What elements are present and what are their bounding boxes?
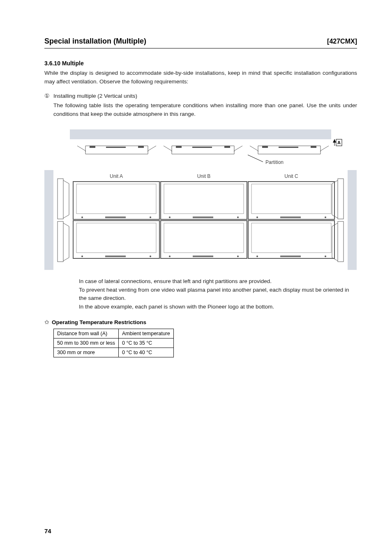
partition-callout: Partition xyxy=(248,155,284,165)
list-item-body: The following table lists the operating … xyxy=(53,101,357,119)
diagram-svg: Unit A Unit B Unit C xyxy=(44,126,357,270)
svg-rect-43 xyxy=(58,179,63,219)
installation-diagram: Unit A Unit B Unit C xyxy=(44,126,357,270)
svg-rect-9 xyxy=(105,216,126,218)
svg-point-23 xyxy=(169,216,171,218)
svg-point-15 xyxy=(81,256,83,257)
table-cell: 0 °C to 35 °C xyxy=(119,339,174,348)
svg-rect-2 xyxy=(44,170,53,270)
svg-point-36 xyxy=(256,216,258,218)
svg-point-28 xyxy=(169,256,171,257)
star-icon: ✩ xyxy=(44,319,49,325)
svg-line-50 xyxy=(248,155,263,162)
svg-rect-6 xyxy=(138,146,144,148)
diagram-notes: In case of lateral connections, ensure t… xyxy=(44,277,357,312)
dimension-a-label: A xyxy=(337,140,341,145)
svg-rect-19 xyxy=(224,146,230,148)
table-row: Distance from wall (A) Ambient temperatu… xyxy=(54,329,174,339)
partition-label: Partition xyxy=(265,159,284,165)
page-number: 74 xyxy=(44,527,51,534)
svg-rect-22 xyxy=(193,216,213,218)
svg-rect-35 xyxy=(280,216,301,218)
svg-rect-46 xyxy=(338,221,344,262)
svg-rect-45 xyxy=(338,179,344,219)
svg-rect-18 xyxy=(192,147,212,148)
svg-rect-5 xyxy=(106,147,126,148)
svg-point-42 xyxy=(325,256,326,257)
svg-rect-30 xyxy=(262,146,268,148)
svg-point-37 xyxy=(325,216,326,218)
list-item-title: ①Installing multiple (2 Vertical units) xyxy=(53,92,357,101)
svg-rect-17 xyxy=(176,146,182,148)
svg-rect-4 xyxy=(90,146,95,148)
unit-c-label: Unit C xyxy=(284,173,298,179)
left-brackets xyxy=(58,179,69,262)
header-title: Special installation (Multiple) xyxy=(44,37,146,46)
table-cell: 0 °C to 40 °C xyxy=(119,348,174,357)
table-row: 300 mm or more 0 °C to 40 °C xyxy=(54,348,174,357)
svg-point-16 xyxy=(150,256,151,257)
section-heading: 3.6.10 Multiple xyxy=(44,60,357,67)
unit-b-label: Unit B xyxy=(197,173,211,179)
unit-c-group: Unit C xyxy=(248,146,334,258)
svg-rect-44 xyxy=(58,221,63,262)
temperature-table: Distance from wall (A) Ambient temperatu… xyxy=(53,329,174,357)
svg-rect-32 xyxy=(311,146,316,148)
temp-heading: ✩Operating Temperature Restrictions xyxy=(44,319,357,325)
dimension-a: A xyxy=(333,139,342,146)
svg-point-41 xyxy=(256,256,258,257)
note-3: In the above example, each panel is show… xyxy=(79,303,353,311)
svg-point-11 xyxy=(150,216,151,218)
list-item-1: ①Installing multiple (2 Vertical units) … xyxy=(44,92,357,119)
svg-rect-1 xyxy=(70,129,331,139)
list-title-text: Installing multiple (2 Vertical units) xyxy=(53,93,137,99)
note-2: To prevent heat venting from one video w… xyxy=(79,286,353,303)
table-cell: 300 mm or more xyxy=(54,348,119,357)
svg-point-29 xyxy=(237,256,239,257)
temp-heading-text: Operating Temperature Restrictions xyxy=(52,319,146,325)
unit-a-label: Unit A xyxy=(110,173,123,179)
header-model: [427CMX] xyxy=(327,38,357,45)
intro-paragraph: While the display is designed to accommo… xyxy=(44,69,357,86)
svg-rect-3 xyxy=(348,170,357,270)
svg-rect-14 xyxy=(105,256,126,257)
svg-point-24 xyxy=(237,216,239,218)
page-header: Special installation (Multiple) [427CMX] xyxy=(44,37,357,48)
svg-marker-48 xyxy=(333,139,336,143)
table-cell: 50 mm to 300 mm or less xyxy=(54,339,119,348)
svg-rect-31 xyxy=(279,147,298,148)
note-1: In case of lateral connections, ensure t… xyxy=(79,277,353,286)
table-header-ambient: Ambient temperature xyxy=(119,329,174,339)
svg-rect-40 xyxy=(280,256,301,257)
unit-a-group: Unit A xyxy=(73,146,159,258)
svg-point-10 xyxy=(81,216,83,218)
list-number-icon: ① xyxy=(44,92,53,101)
svg-rect-27 xyxy=(193,256,213,257)
table-header-distance: Distance from wall (A) xyxy=(54,329,119,339)
unit-b-group: Unit B xyxy=(161,146,247,258)
table-row: 50 mm to 300 mm or less 0 °C to 35 °C xyxy=(54,339,174,348)
